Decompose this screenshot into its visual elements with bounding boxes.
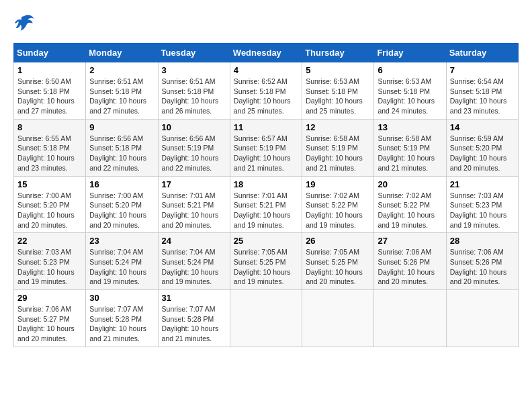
day-info: Sunrise: 6:57 AM Sunset: 5:19 PM Dayligh… (234, 134, 298, 173)
day-info: Sunrise: 7:03 AM Sunset: 5:23 PM Dayligh… (17, 247, 82, 287)
day-info: Sunrise: 7:04 AM Sunset: 5:24 PM Dayligh… (162, 247, 226, 287)
weekday-header: Thursday (302, 44, 374, 62)
logo-icon (13, 13, 35, 32)
weekday-header: Monday (86, 44, 158, 62)
calendar-week-row: 1 Sunrise: 6:50 AM Sunset: 5:18 PM Dayli… (14, 62, 519, 120)
day-number: 26 (306, 236, 370, 246)
day-info: Sunrise: 7:02 AM Sunset: 5:22 PM Dayligh… (378, 191, 442, 230)
calendar-day-cell (302, 290, 374, 347)
calendar-day-cell: 26 Sunrise: 7:05 AM Sunset: 5:25 PM Dayl… (302, 233, 374, 290)
day-info: Sunrise: 7:04 AM Sunset: 5:24 PM Dayligh… (89, 247, 154, 287)
calendar-week-row: 22 Sunrise: 7:03 AM Sunset: 5:23 PM Dayl… (14, 233, 519, 290)
day-number: 17 (162, 179, 226, 189)
calendar-day-cell: 22 Sunrise: 7:03 AM Sunset: 5:23 PM Dayl… (14, 233, 86, 290)
calendar-week-row: 15 Sunrise: 7:00 AM Sunset: 5:20 PM Dayl… (14, 176, 519, 233)
day-info: Sunrise: 6:51 AM Sunset: 5:18 PM Dayligh… (89, 77, 154, 116)
day-info: Sunrise: 6:54 AM Sunset: 5:18 PM Dayligh… (450, 77, 515, 116)
calendar-day-cell: 1 Sunrise: 6:50 AM Sunset: 5:18 PM Dayli… (14, 62, 86, 120)
day-info: Sunrise: 7:01 AM Sunset: 5:21 PM Dayligh… (162, 191, 226, 230)
day-number: 3 (162, 65, 226, 75)
logo (13, 13, 39, 32)
calendar-week-row: 29 Sunrise: 7:06 AM Sunset: 5:27 PM Dayl… (14, 290, 519, 347)
day-number: 2 (89, 65, 154, 75)
day-number: 25 (234, 236, 298, 246)
day-number: 24 (162, 236, 226, 246)
weekday-header: Friday (374, 44, 446, 62)
day-info: Sunrise: 7:06 AM Sunset: 5:26 PM Dayligh… (378, 247, 442, 287)
day-number: 13 (378, 122, 442, 132)
day-number: 30 (89, 293, 154, 303)
weekday-header: Tuesday (158, 44, 230, 62)
day-info: Sunrise: 6:59 AM Sunset: 5:20 PM Dayligh… (450, 134, 515, 173)
day-number: 11 (234, 122, 298, 132)
calendar-day-cell: 12 Sunrise: 6:58 AM Sunset: 5:19 PM Dayl… (302, 119, 374, 176)
day-info: Sunrise: 7:03 AM Sunset: 5:23 PM Dayligh… (450, 191, 515, 230)
day-info: Sunrise: 6:53 AM Sunset: 5:18 PM Dayligh… (306, 77, 370, 116)
calendar-table: SundayMondayTuesdayWednesdayThursdayFrid… (13, 43, 519, 347)
day-number: 4 (234, 65, 298, 75)
calendar-day-cell (230, 290, 302, 347)
calendar-day-cell: 13 Sunrise: 6:58 AM Sunset: 5:19 PM Dayl… (374, 119, 446, 176)
day-number: 8 (17, 122, 82, 132)
day-info: Sunrise: 7:05 AM Sunset: 5:25 PM Dayligh… (306, 247, 370, 287)
day-number: 27 (378, 236, 442, 246)
calendar-day-cell (374, 290, 446, 347)
day-info: Sunrise: 6:55 AM Sunset: 5:18 PM Dayligh… (17, 134, 82, 173)
page-header (13, 13, 519, 32)
calendar-day-cell (446, 290, 518, 347)
day-info: Sunrise: 7:02 AM Sunset: 5:22 PM Dayligh… (306, 191, 370, 230)
calendar-day-cell: 24 Sunrise: 7:04 AM Sunset: 5:24 PM Dayl… (158, 233, 230, 290)
calendar-day-cell: 9 Sunrise: 6:56 AM Sunset: 5:18 PM Dayli… (86, 119, 158, 176)
day-number: 9 (89, 122, 154, 132)
day-info: Sunrise: 7:07 AM Sunset: 5:28 PM Dayligh… (89, 304, 154, 344)
calendar-day-cell: 23 Sunrise: 7:04 AM Sunset: 5:24 PM Dayl… (86, 233, 158, 290)
calendar-day-cell: 28 Sunrise: 7:06 AM Sunset: 5:26 PM Dayl… (446, 233, 518, 290)
weekday-header: Saturday (446, 44, 518, 62)
day-number: 5 (306, 65, 370, 75)
calendar-day-cell: 8 Sunrise: 6:55 AM Sunset: 5:18 PM Dayli… (14, 119, 86, 176)
calendar-day-cell: 30 Sunrise: 7:07 AM Sunset: 5:28 PM Dayl… (86, 290, 158, 347)
day-number: 29 (17, 293, 82, 303)
day-number: 22 (17, 236, 82, 246)
calendar-day-cell: 27 Sunrise: 7:06 AM Sunset: 5:26 PM Dayl… (374, 233, 446, 290)
day-info: Sunrise: 6:51 AM Sunset: 5:18 PM Dayligh… (162, 77, 226, 116)
day-number: 19 (306, 179, 370, 189)
calendar-day-cell: 29 Sunrise: 7:06 AM Sunset: 5:27 PM Dayl… (14, 290, 86, 347)
day-number: 21 (450, 179, 515, 189)
calendar-day-cell: 10 Sunrise: 6:56 AM Sunset: 5:19 PM Dayl… (158, 119, 230, 176)
day-info: Sunrise: 6:56 AM Sunset: 5:18 PM Dayligh… (89, 134, 154, 173)
calendar-day-cell: 14 Sunrise: 6:59 AM Sunset: 5:20 PM Dayl… (446, 119, 518, 176)
day-info: Sunrise: 6:56 AM Sunset: 5:19 PM Dayligh… (162, 134, 226, 173)
day-info: Sunrise: 7:00 AM Sunset: 5:20 PM Dayligh… (17, 191, 82, 230)
day-number: 7 (450, 65, 515, 75)
weekday-header: Sunday (14, 44, 86, 62)
calendar-day-cell: 3 Sunrise: 6:51 AM Sunset: 5:18 PM Dayli… (158, 62, 230, 120)
day-number: 10 (162, 122, 226, 132)
calendar-day-cell: 19 Sunrise: 7:02 AM Sunset: 5:22 PM Dayl… (302, 176, 374, 233)
calendar-day-cell: 4 Sunrise: 6:52 AM Sunset: 5:18 PM Dayli… (230, 62, 302, 120)
day-number: 14 (450, 122, 515, 132)
day-number: 15 (17, 179, 82, 189)
calendar-day-cell: 18 Sunrise: 7:01 AM Sunset: 5:21 PM Dayl… (230, 176, 302, 233)
calendar-day-cell: 31 Sunrise: 7:07 AM Sunset: 5:28 PM Dayl… (158, 290, 230, 347)
calendar-day-cell: 6 Sunrise: 6:53 AM Sunset: 5:18 PM Dayli… (374, 62, 446, 120)
day-number: 1 (17, 65, 82, 75)
day-info: Sunrise: 7:01 AM Sunset: 5:21 PM Dayligh… (234, 191, 298, 230)
calendar-day-cell: 16 Sunrise: 7:00 AM Sunset: 5:20 PM Dayl… (86, 176, 158, 233)
day-info: Sunrise: 7:06 AM Sunset: 5:26 PM Dayligh… (450, 247, 515, 287)
day-number: 16 (89, 179, 154, 189)
day-number: 18 (234, 179, 298, 189)
calendar-day-cell: 20 Sunrise: 7:02 AM Sunset: 5:22 PM Dayl… (374, 176, 446, 233)
calendar-day-cell: 21 Sunrise: 7:03 AM Sunset: 5:23 PM Dayl… (446, 176, 518, 233)
day-info: Sunrise: 6:58 AM Sunset: 5:19 PM Dayligh… (378, 134, 442, 173)
calendar-day-cell: 15 Sunrise: 7:00 AM Sunset: 5:20 PM Dayl… (14, 176, 86, 233)
weekday-header: Wednesday (230, 44, 302, 62)
day-info: Sunrise: 7:06 AM Sunset: 5:27 PM Dayligh… (17, 304, 82, 344)
day-info: Sunrise: 6:58 AM Sunset: 5:19 PM Dayligh… (306, 134, 370, 173)
day-info: Sunrise: 7:07 AM Sunset: 5:28 PM Dayligh… (162, 304, 226, 344)
day-info: Sunrise: 6:53 AM Sunset: 5:18 PM Dayligh… (378, 77, 442, 116)
calendar-day-cell: 17 Sunrise: 7:01 AM Sunset: 5:21 PM Dayl… (158, 176, 230, 233)
calendar-day-cell: 7 Sunrise: 6:54 AM Sunset: 5:18 PM Dayli… (446, 62, 518, 120)
day-number: 28 (450, 236, 515, 246)
day-number: 6 (378, 65, 442, 75)
